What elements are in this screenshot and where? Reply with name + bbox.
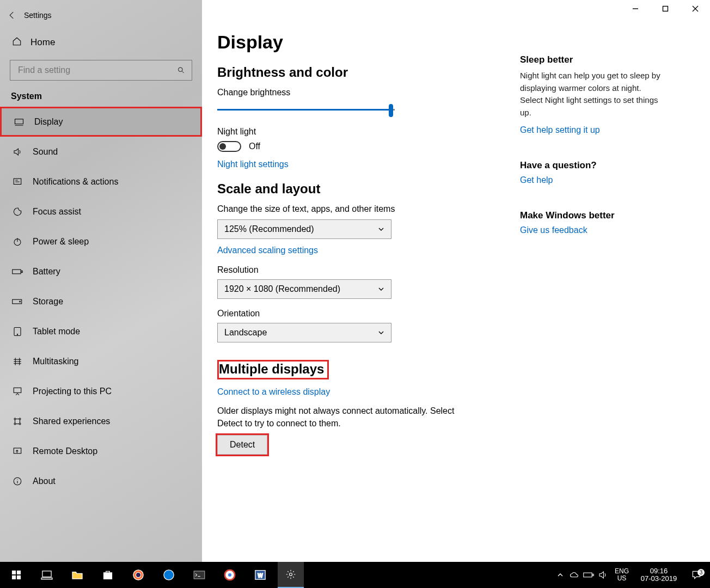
- arrow-left-icon: [7, 10, 17, 20]
- detect-button[interactable]: Detect: [217, 435, 267, 455]
- sidebar-item-tablet-mode[interactable]: Tablet mode: [0, 316, 202, 346]
- resolution-value: 1920 × 1080 (Recommended): [224, 284, 340, 294]
- power-icon: [12, 237, 23, 247]
- connect-wireless-display-link[interactable]: Connect to a wireless display: [217, 387, 330, 397]
- svg-rect-35: [584, 573, 592, 577]
- svg-rect-36: [592, 574, 593, 575]
- svg-rect-1: [15, 119, 23, 124]
- firefox-button[interactable]: [125, 562, 151, 588]
- chrome-button[interactable]: [217, 562, 243, 588]
- brightness-slider[interactable]: [217, 103, 395, 117]
- svg-point-14: [19, 423, 21, 425]
- tray-volume[interactable]: [597, 562, 609, 588]
- sidebar-item-label: Remote Desktop: [33, 446, 97, 456]
- aside-sleep-title: Sleep better: [520, 54, 664, 65]
- taskbar: W ENG US 09:16 07-03-2019 3: [0, 562, 710, 588]
- advanced-scaling-link[interactable]: Advanced scaling settings: [217, 246, 318, 255]
- aside-sleep-link[interactable]: Get help setting it up: [520, 125, 600, 135]
- svg-rect-4: [13, 270, 21, 274]
- word-icon: W: [254, 569, 266, 581]
- search-input-wrap[interactable]: [10, 60, 192, 81]
- slider-thumb[interactable]: [389, 104, 393, 117]
- section-brightness: Brightness and color: [217, 65, 495, 80]
- sidebar-item-sound[interactable]: Sound: [0, 137, 202, 167]
- sidebar-item-shared-experiences[interactable]: Shared experiences: [0, 406, 202, 436]
- orientation-select[interactable]: Landscape: [217, 323, 391, 342]
- svg-rect-22: [42, 571, 51, 577]
- sidebar-home[interactable]: Home: [0, 27, 202, 58]
- tray-battery[interactable]: [583, 562, 595, 588]
- aside-feedback-title: Make Windows better: [520, 210, 664, 221]
- sidebar-item-power-sleep[interactable]: Power & sleep: [0, 226, 202, 256]
- shared-icon: [12, 416, 23, 426]
- sidebar-item-remote-desktop[interactable]: Remote Desktop: [0, 436, 202, 466]
- minimize-button[interactable]: [620, 0, 650, 17]
- notifications-icon: [12, 177, 23, 187]
- section-multiple-displays: Multiple displays: [217, 360, 329, 379]
- sound-icon: [12, 147, 23, 157]
- svg-rect-19: [17, 571, 21, 574]
- sidebar-item-label: Focus assist: [33, 207, 81, 217]
- tray-clock[interactable]: 09:16 07-03-2019: [635, 567, 683, 583]
- sidebar-item-label: Tablet mode: [33, 327, 80, 336]
- search-input[interactable]: [17, 65, 177, 76]
- nightlight-settings-link[interactable]: Night light settings: [217, 160, 289, 169]
- tray-onedrive[interactable]: [568, 562, 580, 588]
- word-button[interactable]: W: [247, 562, 273, 588]
- sidebar-item-notifications[interactable]: Notifications & actions: [0, 167, 202, 197]
- file-explorer-button[interactable]: [64, 562, 90, 588]
- sidebar-item-about[interactable]: About: [0, 466, 202, 496]
- edge-icon: [163, 569, 175, 581]
- aside-sleep-body: Night light can help you get to sleep by…: [520, 70, 664, 119]
- sidebar-item-focus-assist[interactable]: Focus assist: [0, 197, 202, 226]
- sidebar-item-label: Battery: [33, 267, 60, 277]
- sidebar-item-label: Multitasking: [33, 357, 78, 366]
- scale-size-select[interactable]: 125% (Recommended): [217, 219, 391, 239]
- start-button[interactable]: [3, 562, 29, 588]
- sidebar-item-label: About: [33, 476, 56, 486]
- svg-rect-8: [14, 327, 21, 335]
- nightlight-toggle[interactable]: [217, 141, 241, 152]
- home-icon: [12, 36, 22, 49]
- terminal-button[interactable]: [186, 562, 212, 588]
- back-button[interactable]: [0, 3, 24, 27]
- settings-taskbar-button[interactable]: [278, 562, 304, 588]
- chrome-icon: [224, 569, 236, 581]
- task-view-button[interactable]: [34, 562, 60, 588]
- tray-language[interactable]: ENG US: [611, 568, 633, 581]
- aside-feedback-link[interactable]: Give us feedback: [520, 225, 587, 235]
- cloud-icon: [570, 571, 579, 579]
- tray-chevron[interactable]: [554, 562, 566, 588]
- microsoft-store-button[interactable]: [95, 562, 121, 588]
- chevron-down-icon: [378, 329, 384, 336]
- nightlight-label: Night light: [217, 127, 495, 137]
- aside-question-title: Have a question?: [520, 160, 664, 171]
- svg-point-31: [228, 573, 231, 577]
- sidebar-item-multitasking[interactable]: Multitasking: [0, 346, 202, 376]
- sidebar-nav: Display Sound Notifications & actions Fo…: [0, 107, 202, 496]
- sidebar-item-projecting[interactable]: Projecting to this PC: [0, 376, 202, 406]
- brightness-label: Change brightness: [217, 88, 495, 97]
- svg-text:W: W: [258, 573, 263, 579]
- sidebar-item-display[interactable]: Display: [0, 107, 202, 137]
- svg-point-12: [19, 418, 21, 420]
- sidebar-item-battery[interactable]: Battery: [0, 256, 202, 286]
- maximize-button[interactable]: [650, 0, 680, 17]
- resolution-select[interactable]: 1920 × 1080 (Recommended): [217, 279, 391, 299]
- svg-rect-24: [104, 573, 112, 579]
- svg-rect-28: [194, 571, 205, 579]
- about-icon: [12, 476, 23, 486]
- aside-question-link[interactable]: Get help: [520, 175, 553, 185]
- sidebar-item-storage[interactable]: Storage: [0, 286, 202, 316]
- sidebar-category: System: [0, 88, 202, 107]
- tray-action-center[interactable]: 3: [685, 569, 708, 580]
- svg-rect-18: [12, 571, 16, 574]
- close-button[interactable]: [680, 0, 710, 17]
- sidebar-item-label: Sound: [33, 147, 58, 157]
- settings-aside: Sleep better Night light can help you ge…: [520, 22, 664, 562]
- window-title: Settings: [24, 11, 52, 20]
- svg-point-9: [17, 334, 18, 335]
- sidebar-item-label: Display: [34, 117, 63, 127]
- edge-button[interactable]: [156, 562, 182, 588]
- focus-assist-icon: [12, 207, 23, 217]
